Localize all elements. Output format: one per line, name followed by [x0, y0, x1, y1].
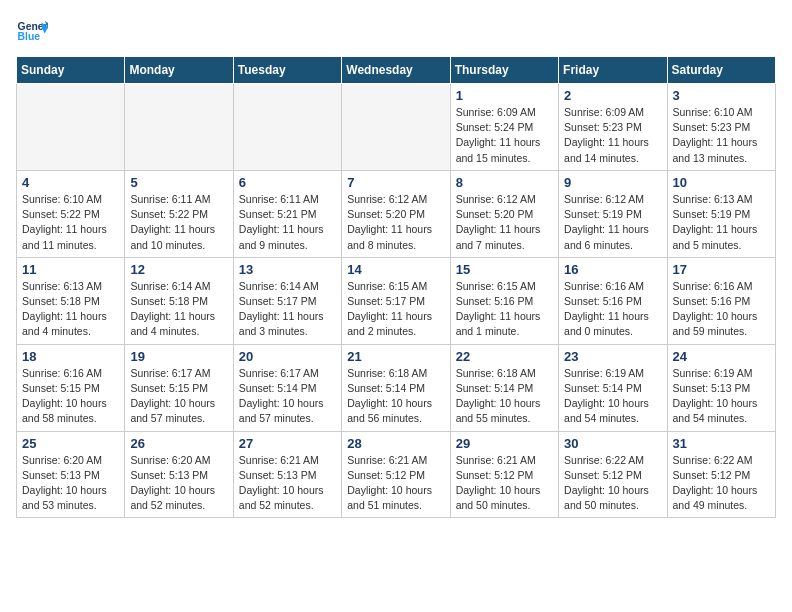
day-number: 19 — [130, 349, 227, 364]
calendar-cell: 3Sunrise: 6:10 AMSunset: 5:23 PMDaylight… — [667, 84, 775, 171]
day-info: Sunrise: 6:12 AMSunset: 5:20 PMDaylight:… — [347, 192, 444, 253]
day-number: 17 — [673, 262, 770, 277]
day-info: Sunrise: 6:21 AMSunset: 5:12 PMDaylight:… — [456, 453, 553, 514]
day-number: 14 — [347, 262, 444, 277]
day-number: 15 — [456, 262, 553, 277]
calendar-week-row: 25Sunrise: 6:20 AMSunset: 5:13 PMDayligh… — [17, 431, 776, 518]
day-number: 31 — [673, 436, 770, 451]
day-info: Sunrise: 6:13 AMSunset: 5:18 PMDaylight:… — [22, 279, 119, 340]
day-info: Sunrise: 6:18 AMSunset: 5:14 PMDaylight:… — [347, 366, 444, 427]
weekday-header: Saturday — [667, 57, 775, 84]
day-number: 12 — [130, 262, 227, 277]
day-info: Sunrise: 6:17 AMSunset: 5:15 PMDaylight:… — [130, 366, 227, 427]
calendar-cell — [125, 84, 233, 171]
calendar-cell — [342, 84, 450, 171]
calendar-cell: 12Sunrise: 6:14 AMSunset: 5:18 PMDayligh… — [125, 257, 233, 344]
day-info: Sunrise: 6:10 AMSunset: 5:22 PMDaylight:… — [22, 192, 119, 253]
logo-icon: General Blue — [16, 16, 48, 48]
calendar-week-row: 4Sunrise: 6:10 AMSunset: 5:22 PMDaylight… — [17, 170, 776, 257]
day-info: Sunrise: 6:14 AMSunset: 5:17 PMDaylight:… — [239, 279, 336, 340]
day-info: Sunrise: 6:15 AMSunset: 5:16 PMDaylight:… — [456, 279, 553, 340]
day-number: 1 — [456, 88, 553, 103]
day-info: Sunrise: 6:22 AMSunset: 5:12 PMDaylight:… — [673, 453, 770, 514]
calendar-week-row: 18Sunrise: 6:16 AMSunset: 5:15 PMDayligh… — [17, 344, 776, 431]
day-number: 20 — [239, 349, 336, 364]
weekday-header: Tuesday — [233, 57, 341, 84]
day-info: Sunrise: 6:13 AMSunset: 5:19 PMDaylight:… — [673, 192, 770, 253]
day-info: Sunrise: 6:11 AMSunset: 5:21 PMDaylight:… — [239, 192, 336, 253]
calendar-cell: 20Sunrise: 6:17 AMSunset: 5:14 PMDayligh… — [233, 344, 341, 431]
calendar-cell: 27Sunrise: 6:21 AMSunset: 5:13 PMDayligh… — [233, 431, 341, 518]
day-number: 8 — [456, 175, 553, 190]
day-number: 21 — [347, 349, 444, 364]
day-number: 18 — [22, 349, 119, 364]
day-info: Sunrise: 6:16 AMSunset: 5:15 PMDaylight:… — [22, 366, 119, 427]
calendar-week-row: 11Sunrise: 6:13 AMSunset: 5:18 PMDayligh… — [17, 257, 776, 344]
day-number: 13 — [239, 262, 336, 277]
day-info: Sunrise: 6:19 AMSunset: 5:14 PMDaylight:… — [564, 366, 661, 427]
day-number: 28 — [347, 436, 444, 451]
calendar-cell: 28Sunrise: 6:21 AMSunset: 5:12 PMDayligh… — [342, 431, 450, 518]
day-info: Sunrise: 6:15 AMSunset: 5:17 PMDaylight:… — [347, 279, 444, 340]
calendar-cell: 25Sunrise: 6:20 AMSunset: 5:13 PMDayligh… — [17, 431, 125, 518]
day-info: Sunrise: 6:21 AMSunset: 5:12 PMDaylight:… — [347, 453, 444, 514]
calendar-cell: 22Sunrise: 6:18 AMSunset: 5:14 PMDayligh… — [450, 344, 558, 431]
calendar-cell: 15Sunrise: 6:15 AMSunset: 5:16 PMDayligh… — [450, 257, 558, 344]
calendar-cell: 17Sunrise: 6:16 AMSunset: 5:16 PMDayligh… — [667, 257, 775, 344]
calendar-cell: 8Sunrise: 6:12 AMSunset: 5:20 PMDaylight… — [450, 170, 558, 257]
weekday-header: Friday — [559, 57, 667, 84]
day-info: Sunrise: 6:20 AMSunset: 5:13 PMDaylight:… — [22, 453, 119, 514]
calendar-cell: 13Sunrise: 6:14 AMSunset: 5:17 PMDayligh… — [233, 257, 341, 344]
calendar-cell: 5Sunrise: 6:11 AMSunset: 5:22 PMDaylight… — [125, 170, 233, 257]
day-info: Sunrise: 6:09 AMSunset: 5:24 PMDaylight:… — [456, 105, 553, 166]
day-info: Sunrise: 6:21 AMSunset: 5:13 PMDaylight:… — [239, 453, 336, 514]
calendar-cell: 19Sunrise: 6:17 AMSunset: 5:15 PMDayligh… — [125, 344, 233, 431]
day-info: Sunrise: 6:17 AMSunset: 5:14 PMDaylight:… — [239, 366, 336, 427]
day-info: Sunrise: 6:09 AMSunset: 5:23 PMDaylight:… — [564, 105, 661, 166]
day-info: Sunrise: 6:10 AMSunset: 5:23 PMDaylight:… — [673, 105, 770, 166]
day-number: 11 — [22, 262, 119, 277]
day-number: 5 — [130, 175, 227, 190]
day-info: Sunrise: 6:14 AMSunset: 5:18 PMDaylight:… — [130, 279, 227, 340]
calendar-week-row: 1Sunrise: 6:09 AMSunset: 5:24 PMDaylight… — [17, 84, 776, 171]
calendar-cell: 16Sunrise: 6:16 AMSunset: 5:16 PMDayligh… — [559, 257, 667, 344]
calendar-cell: 1Sunrise: 6:09 AMSunset: 5:24 PMDaylight… — [450, 84, 558, 171]
day-info: Sunrise: 6:11 AMSunset: 5:22 PMDaylight:… — [130, 192, 227, 253]
weekday-header: Monday — [125, 57, 233, 84]
day-number: 23 — [564, 349, 661, 364]
day-number: 3 — [673, 88, 770, 103]
calendar-cell: 6Sunrise: 6:11 AMSunset: 5:21 PMDaylight… — [233, 170, 341, 257]
weekday-header: Sunday — [17, 57, 125, 84]
calendar-cell: 31Sunrise: 6:22 AMSunset: 5:12 PMDayligh… — [667, 431, 775, 518]
day-number: 22 — [456, 349, 553, 364]
calendar-cell: 21Sunrise: 6:18 AMSunset: 5:14 PMDayligh… — [342, 344, 450, 431]
weekday-header: Wednesday — [342, 57, 450, 84]
logo: General Blue — [16, 16, 52, 48]
day-number: 9 — [564, 175, 661, 190]
day-number: 26 — [130, 436, 227, 451]
day-info: Sunrise: 6:12 AMSunset: 5:19 PMDaylight:… — [564, 192, 661, 253]
calendar-cell: 4Sunrise: 6:10 AMSunset: 5:22 PMDaylight… — [17, 170, 125, 257]
calendar-cell: 26Sunrise: 6:20 AMSunset: 5:13 PMDayligh… — [125, 431, 233, 518]
day-info: Sunrise: 6:16 AMSunset: 5:16 PMDaylight:… — [564, 279, 661, 340]
calendar-cell: 2Sunrise: 6:09 AMSunset: 5:23 PMDaylight… — [559, 84, 667, 171]
day-number: 10 — [673, 175, 770, 190]
day-number: 4 — [22, 175, 119, 190]
day-number: 24 — [673, 349, 770, 364]
day-number: 7 — [347, 175, 444, 190]
day-number: 29 — [456, 436, 553, 451]
calendar-cell: 24Sunrise: 6:19 AMSunset: 5:13 PMDayligh… — [667, 344, 775, 431]
day-info: Sunrise: 6:20 AMSunset: 5:13 PMDaylight:… — [130, 453, 227, 514]
calendar-cell — [17, 84, 125, 171]
calendar-cell: 10Sunrise: 6:13 AMSunset: 5:19 PMDayligh… — [667, 170, 775, 257]
calendar-cell: 9Sunrise: 6:12 AMSunset: 5:19 PMDaylight… — [559, 170, 667, 257]
day-info: Sunrise: 6:22 AMSunset: 5:12 PMDaylight:… — [564, 453, 661, 514]
day-info: Sunrise: 6:18 AMSunset: 5:14 PMDaylight:… — [456, 366, 553, 427]
calendar-cell: 14Sunrise: 6:15 AMSunset: 5:17 PMDayligh… — [342, 257, 450, 344]
calendar-header-row: SundayMondayTuesdayWednesdayThursdayFrid… — [17, 57, 776, 84]
page-header: General Blue — [16, 16, 776, 48]
weekday-header: Thursday — [450, 57, 558, 84]
calendar-table: SundayMondayTuesdayWednesdayThursdayFrid… — [16, 56, 776, 518]
calendar-cell: 7Sunrise: 6:12 AMSunset: 5:20 PMDaylight… — [342, 170, 450, 257]
day-info: Sunrise: 6:16 AMSunset: 5:16 PMDaylight:… — [673, 279, 770, 340]
